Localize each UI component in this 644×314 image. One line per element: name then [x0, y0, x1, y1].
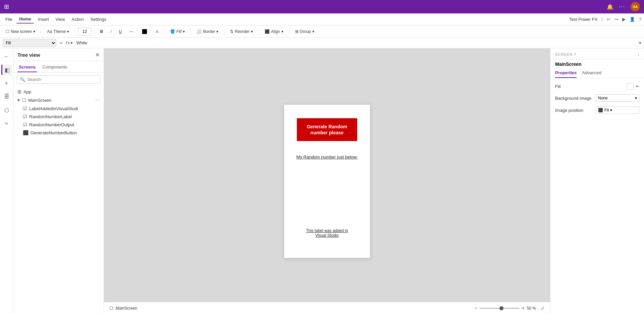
menu-insert[interactable]: Insert	[35, 15, 52, 23]
italic-icon: /	[110, 29, 111, 34]
reorder-button[interactable]: ⇅ Reorder ▾	[227, 28, 256, 36]
fill-button[interactable]: 🪣 Fill ▾	[167, 28, 188, 36]
tree-item-label-visual[interactable]: ☑ LabelAddedInVisualStudi	[13, 104, 104, 113]
theme-label: Theme	[53, 29, 66, 34]
zoom-controls: − + 50 % ⤢	[474, 305, 545, 311]
formula-expand-arrow[interactable]: ▾	[639, 40, 641, 45]
formula-fx-icon[interactable]: fx ▾	[66, 40, 73, 45]
toolbar-divider-9	[259, 28, 259, 35]
align-label: Align	[271, 29, 280, 34]
top-bar: ⊞ 🔔 ··· SA	[0, 0, 644, 13]
menu-view[interactable]: View	[53, 15, 68, 23]
canvas-bottom-bar: ☐ MainScreen − + 50 % ⤢	[104, 302, 550, 314]
canvas-frame: Generate Random number please My Random …	[284, 105, 370, 258]
zoom-plus-button[interactable]: +	[522, 305, 525, 311]
toolbar-divider-10	[289, 28, 289, 35]
tab-screens[interactable]: Screens	[17, 63, 37, 72]
menu-settings[interactable]: Settings	[88, 15, 109, 23]
sidebar-icon-add[interactable]: +	[1, 78, 12, 89]
grid-icon[interactable]: ⊞	[4, 3, 9, 10]
tree-close-button[interactable]: ✕	[95, 52, 100, 58]
group-icon: ⊞	[295, 29, 299, 34]
top-bar-right: 🔔 ··· SA	[607, 2, 640, 11]
tree-search-container: 🔍	[17, 75, 100, 84]
image-position-select[interactable]: ⬛ Fit ▾	[596, 106, 639, 114]
formula-fx-chevron: ▾	[70, 40, 73, 45]
menu-bar: File Home Insert View Action Settings Te…	[0, 13, 644, 26]
tree-item-app[interactable]: ⊞ App	[13, 88, 104, 96]
fit-icon: ⬛	[598, 108, 603, 113]
screen-help-icon[interactable]: ?	[574, 52, 576, 56]
align-text-button[interactable]: ≡	[153, 28, 161, 36]
tree-item-mainscreen[interactable]: ▾ ☐ MainScreen ···	[13, 96, 104, 104]
color-picker[interactable]	[142, 29, 147, 34]
more-options-icon[interactable]: ···	[619, 4, 625, 10]
menu-home[interactable]: Home	[16, 15, 34, 24]
redo-button[interactable]: ↪	[614, 17, 618, 22]
toolbar-divider-3	[94, 28, 94, 35]
sidebar-icon-back[interactable]: ←	[1, 51, 12, 62]
strikethrough-icon: —	[129, 29, 133, 34]
right-panel-collapse[interactable]: ›	[638, 52, 639, 57]
sidebar-icon-components[interactable]: ⬡	[1, 105, 12, 116]
tab-advanced[interactable]: Advanced	[582, 68, 601, 78]
tree-tabs: Screens Components	[13, 61, 104, 73]
align-chevron: ▾	[281, 29, 283, 34]
align-button[interactable]: ⬛ Align ▾	[262, 28, 286, 36]
test-powerfx-label: Test Power FX	[569, 17, 598, 22]
toolbar-divider-5	[150, 28, 150, 35]
formula-input[interactable]	[75, 39, 637, 47]
tree-header: Tree view ✕	[13, 48, 104, 61]
fill-property-label: Fill	[555, 84, 561, 89]
border-label: Border	[203, 29, 215, 34]
menu-file[interactable]: File	[3, 15, 15, 23]
font-size-input[interactable]	[78, 28, 91, 36]
strikethrough-button[interactable]: —	[126, 28, 136, 36]
visual-studio-label: This label was added in Visual Studio	[300, 228, 354, 238]
background-image-value: None	[598, 96, 608, 100]
formula-bar: Fill = fx ▾ ▾	[0, 38, 644, 48]
new-screen-button[interactable]: ☐ New screen ▾	[3, 28, 38, 36]
menu-action[interactable]: Action	[69, 15, 87, 23]
property-selector[interactable]: Fill	[3, 39, 56, 47]
play-button[interactable]: ▶	[622, 17, 626, 22]
theme-icon: Aa	[47, 29, 52, 34]
mainscreen-more-button[interactable]: ···	[95, 97, 100, 103]
notification-icon[interactable]: 🔔	[607, 4, 613, 10]
underline-button[interactable]: U	[116, 28, 125, 36]
sidebar-icon-data[interactable]: 🗄	[1, 91, 12, 102]
tab-properties[interactable]: Properties	[555, 68, 577, 78]
generate-random-button[interactable]: Generate Random number please	[297, 118, 357, 141]
canvas-screen-name: MainScreen	[116, 306, 137, 311]
help-icon[interactable]: ?	[639, 17, 641, 22]
theme-button[interactable]: Aa Theme ▾	[44, 28, 72, 36]
background-image-select[interactable]: None ▾	[596, 94, 639, 102]
tree-item-random-label[interactable]: ☑ RandomNumberLabel	[13, 113, 104, 121]
bold-button[interactable]: B	[97, 28, 106, 36]
group-label: Group	[300, 29, 311, 34]
toolbar-divider-2	[75, 28, 75, 35]
avatar[interactable]: SA	[631, 2, 640, 11]
user-icon[interactable]: 👤	[630, 17, 635, 22]
italic-button[interactable]: /	[107, 28, 114, 36]
zoom-expand-button[interactable]: ⤢	[541, 306, 545, 311]
right-panel-tabs: Properties Advanced	[550, 68, 644, 78]
zoom-slider[interactable]	[479, 308, 520, 309]
tab-components[interactable]: Components	[41, 63, 69, 72]
app-label: App	[23, 89, 100, 94]
app-icon: ⊞	[17, 89, 21, 94]
canvas-area: Generate Random number please My Random …	[104, 48, 550, 314]
sidebar-icon-variables[interactable]: ≈	[1, 118, 12, 129]
tree-item-random-output[interactable]: ☑ RandomNumberOutput	[13, 121, 104, 129]
zoom-minus-button[interactable]: −	[474, 305, 477, 311]
border-button[interactable]: ⬜ Border ▾	[194, 28, 221, 36]
search-input[interactable]	[27, 77, 97, 82]
sidebar-icon-layers[interactable]: ◧	[1, 64, 12, 75]
tree-item-generate-button[interactable]: ⬛ GenerateNumberButton	[13, 129, 104, 137]
random-number-label: My Random number just below:	[297, 154, 358, 160]
undo-button[interactable]: ↩	[607, 17, 610, 22]
toolbar-divider-1	[41, 28, 41, 35]
fill-edit-icon[interactable]: ✏	[636, 84, 639, 89]
group-button[interactable]: ⊞ Group ▾	[292, 28, 317, 36]
fill-color-swatch[interactable]	[627, 83, 634, 90]
